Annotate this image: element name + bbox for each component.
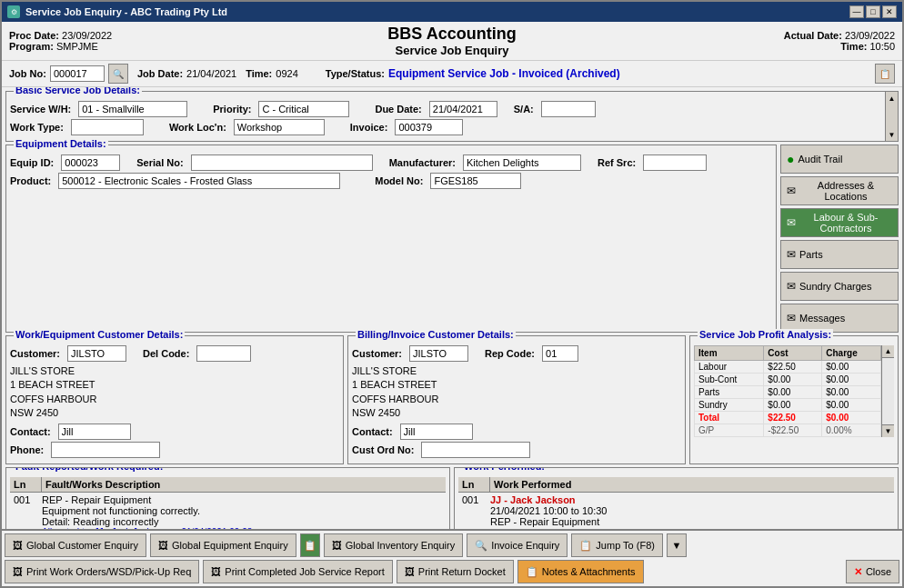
profit-charge-parts: $0.00 [822,386,881,399]
print-completed-button[interactable]: 🖼 Print Completed Job Service Report [203,560,392,583]
invoice-enquiry-button[interactable]: 🔍 Invoice Enquiry [467,533,568,557]
profit-scroll-up[interactable]: ▲ [882,345,894,358]
global-cust-icon: 🖼 [13,540,23,551]
serial-no-input[interactable] [191,154,373,171]
del-code-input[interactable] [196,345,251,362]
due-date-input[interactable] [429,101,497,117]
profit-cost-gp: -$22.50 [764,424,822,437]
work-performed-section: Work Performed: Ln Work Performed 001 JJ… [454,467,899,529]
type-status-value: Equipment Service Job - Invoiced (Archiv… [388,67,620,80]
sundry-icon: ✉ [787,280,796,293]
work-locn-label: Work Loc'n: [169,122,226,133]
global-equipment-button[interactable]: 🖼 Global Equipment Enquiry [150,533,296,557]
del-code-label: Del Code: [143,348,189,359]
profit-title: Service Job Profit Analysis: [698,329,833,340]
parts-button[interactable]: ✉ Parts [780,240,899,269]
billing-cust-input[interactable] [409,345,468,362]
profit-scroll-down[interactable]: ▼ [882,424,894,437]
sundry-charges-button[interactable]: ✉ Sundry Charges [780,272,899,301]
work-cust-input[interactable] [67,345,126,362]
job-no-input[interactable] [50,65,105,82]
jump-to-button[interactable]: 📋 Jump To (F8) [571,533,663,557]
work-locn-input[interactable] [234,119,325,135]
manufacturer-input[interactable] [463,154,581,171]
billing-title: Billing/Invoice Customer Details: [356,329,516,340]
bill-cust-ord-row: Cust Ord No: [352,442,681,458]
work-contact-label: Contact: [10,426,51,437]
billing-cust-label: Customer: [352,348,402,359]
work-cust-row1: Customer: Del Code: [10,345,339,362]
job-no-search-button[interactable]: 🔍 [108,64,128,84]
global-equip-icon: 🖼 [158,540,168,551]
sia-input[interactable] [541,101,596,117]
invoice-input[interactable] [395,119,463,135]
profit-cost-labour: $22.50 [764,361,822,374]
equip-row2: Product: Model No: [10,173,772,189]
service-wh-label: Service W/H: [10,104,71,115]
profit-item-gp: G/P [695,424,764,437]
print-work-icon: 🖼 [13,566,23,577]
bill-contact-input[interactable] [400,424,473,440]
global-customer-button[interactable]: 🖼 Global Customer Enquiry [5,533,146,557]
minimize-button[interactable]: — [849,5,864,18]
global-equip-extra-button[interactable]: 📋 [300,533,320,557]
audit-trail-button[interactable]: ● Audit Trail [780,145,899,174]
addresses-locations-button[interactable]: ✉ Addresses & Locations [780,176,899,205]
actual-date-value: 23/09/2022 [845,30,895,41]
close-button[interactable]: ✕ Close [846,560,899,583]
profit-scrollbar[interactable]: ▲ ▼ [881,345,894,437]
jump-dropdown-button[interactable]: ▼ [667,533,687,557]
labour-subcontractors-button[interactable]: ✉ Labour & Sub-Contractors [780,208,899,237]
work-contact-input[interactable] [58,424,131,440]
print-return-button[interactable]: 🖼 Print Return Docket [397,560,514,583]
bill-contact-row: Contact: [352,424,681,440]
work-phone-input[interactable] [51,442,160,458]
profit-col-cost: Cost [764,346,822,361]
type-status-group: Type/Status: Equipment Service Job - Inv… [326,67,620,80]
fault-work-row: Fault Reported/Work Required: Ln Fault/W… [5,467,899,529]
job-time-group: Time: 0924 [246,68,298,79]
maximize-button[interactable]: □ [866,5,880,18]
top-info-center: BBS Accounting Service Job Enquiry [305,25,600,57]
fault-ln: 001 [10,494,42,529]
title-bar: ⚙ Service Job Enquiry - ABC Trading Pty … [2,2,902,22]
scroll-down-arrow[interactable]: ▼ [886,128,898,141]
profit-row-subcont: Sub-Cont $0.00 $0.00 [695,374,881,386]
work-line2: Equipment Repaired. [490,527,894,529]
service-wh-input[interactable] [78,101,187,117]
section-scrollbar[interactable]: ▲ ▼ [885,92,898,141]
labour-icon: ✉ [787,216,796,229]
profit-row-parts: Parts $0.00 $0.00 [695,386,881,399]
work-phone-row: Phone: [10,442,339,458]
basic-row2: Work Type: Work Loc'n: Invoice: [10,119,894,135]
scroll-up-arrow[interactable]: ▲ [886,92,898,105]
bottom-buttons-area: 🖼 Global Customer Enquiry 🖼 Global Equip… [2,529,902,586]
model-no-input[interactable] [430,173,521,189]
work-type-input[interactable] [71,119,144,135]
program-row: Program: SMPJME [9,41,305,52]
type-status-icon-button[interactable]: 📋 [875,64,895,84]
work-col-desc: Work Performed [490,477,894,492]
due-date-label: Due Date: [375,104,421,115]
close-button[interactable]: ✕ [882,5,897,18]
rep-code-label: Rep Code: [485,348,535,359]
priority-input[interactable] [258,101,349,117]
top-info-bar: Proc Date: 23/09/2022 Program: SMPJME BB… [2,22,902,61]
print-work-orders-button[interactable]: 🖼 Print Work Orders/WSD/Pick-Up Req [5,560,199,583]
cust-ord-label: Cust Ord No: [352,444,414,455]
fault-section: Fault Reported/Work Required: Ln Fault/W… [5,467,450,529]
ref-src-input[interactable] [643,154,707,171]
sundry-label: Sundry Charges [799,281,872,292]
basic-row1: Service W/H: Priority: Due Date: S/A: ▲ … [10,101,894,117]
product-input[interactable] [58,173,340,189]
messages-icon: ✉ [787,312,796,324]
job-date-label: Job Date: [137,68,183,79]
cust-ord-input[interactable] [421,442,530,458]
audit-trail-label: Audit Trail [798,154,842,164]
rep-code-input[interactable] [542,345,578,362]
serial-no-label: Serial No: [136,157,183,168]
notes-attachments-button[interactable]: 📋 Notes & Attachments [517,560,644,583]
equip-id-input[interactable] [61,154,120,171]
jump-icon: 📋 [579,540,592,552]
global-inventory-button[interactable]: 🖼 Global Inventory Enquiry [324,533,463,557]
